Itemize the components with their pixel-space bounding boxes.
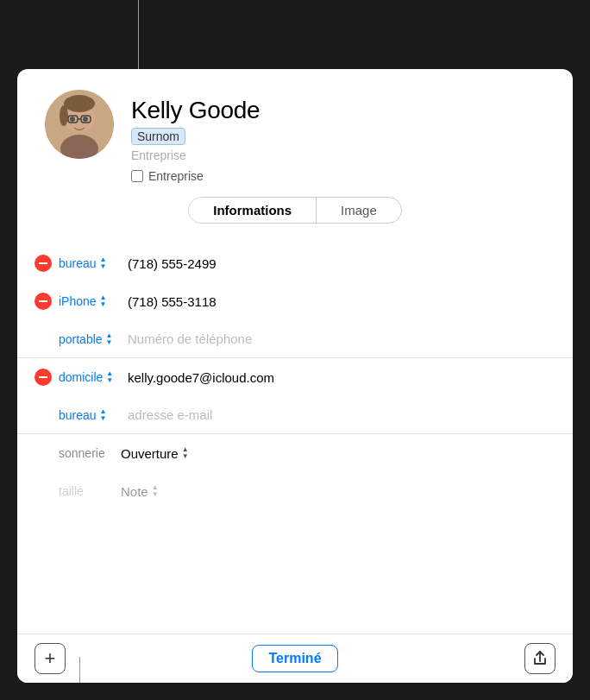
partial-value[interactable]: Note ▲ ▼ (121, 484, 159, 499)
sonnerie-empty (35, 445, 52, 462)
done-button[interactable]: Terminé (252, 645, 337, 672)
phone1-value[interactable]: (718) 555-2499 (128, 256, 217, 271)
partial-label: taillé (59, 484, 121, 498)
partial-row: taillé Note ▲ ▼ (17, 472, 573, 510)
tabs-row: Informations Image (45, 197, 545, 224)
add-button[interactable]: + (35, 643, 66, 674)
sonnerie-row: sonnerie Ouverture ▲ ▼ (17, 434, 573, 472)
surnom-field[interactable]: Surnom (131, 128, 185, 145)
tabs-container: Informations Image (188, 197, 402, 224)
contact-header: Kelly Goode Surnom Entreprise Entreprise… (17, 69, 573, 244)
svg-point-8 (70, 117, 75, 122)
bottom-line (79, 657, 80, 683)
sonnerie-label: sonnerie (59, 446, 121, 460)
phone2-label[interactable]: iPhone ▲ ▼ (59, 294, 121, 308)
email1-row: domicile ▲ ▼ kelly.goode7@icloud.com (17, 358, 573, 396)
partial-stepper[interactable]: ▲ ▼ (152, 484, 159, 498)
svg-point-9 (83, 117, 88, 122)
phone3-stepper[interactable]: ▲ ▼ (106, 332, 113, 346)
sonnerie-text: Ouverture (121, 446, 179, 461)
email2-row: bureau ▲ ▼ adresse e-mail (17, 396, 573, 434)
content-section: bureau ▲ ▼ (718) 555-2499 iPhone ▲ ▼ (71… (17, 244, 573, 634)
phone2-value[interactable]: (718) 555-3118 (128, 294, 217, 309)
email1-stepper[interactable]: ▲ ▼ (106, 370, 113, 384)
sonnerie-stepper[interactable]: ▲ ▼ (182, 446, 189, 460)
email2-label[interactable]: bureau ▲ ▼ (59, 408, 121, 422)
email1-label[interactable]: domicile ▲ ▼ (59, 370, 121, 384)
tab-image[interactable]: Image (317, 198, 401, 223)
sonnerie-value-row[interactable]: Ouverture ▲ ▼ (121, 446, 189, 461)
remove-phone2-button[interactable] (35, 293, 52, 310)
phone1-label[interactable]: bureau ▲ ▼ (59, 256, 121, 270)
share-button[interactable] (524, 643, 555, 674)
phone1-row: bureau ▲ ▼ (718) 555-2499 (17, 244, 573, 282)
avatar[interactable] (45, 90, 114, 159)
email2-empty (35, 407, 52, 424)
tab-informations[interactable]: Informations (189, 198, 316, 223)
remove-email1-button[interactable] (35, 369, 52, 386)
entreprise-checkbox[interactable] (131, 170, 143, 182)
checkbox-label: Entreprise (148, 169, 204, 183)
share-icon (531, 650, 549, 667)
email2-stepper[interactable]: ▲ ▼ (100, 408, 107, 422)
remove-phone1-button[interactable] (35, 255, 52, 272)
name-details: Kelly Goode Surnom Entreprise Entreprise (131, 90, 260, 183)
partial-empty (35, 482, 52, 500)
svg-point-3 (64, 95, 95, 112)
phone1-stepper[interactable]: ▲ ▼ (100, 256, 107, 270)
email2-placeholder[interactable]: adresse e-mail (128, 407, 212, 422)
phone3-empty (35, 331, 52, 348)
bottom-bar: + Terminé (17, 634, 573, 683)
contact-name: Kelly Goode (131, 97, 260, 124)
phone3-placeholder[interactable]: Numéro de téléphone (128, 331, 252, 346)
svg-point-4 (60, 105, 68, 126)
phone2-stepper[interactable]: ▲ ▼ (100, 294, 107, 308)
phone2-row: iPhone ▲ ▼ (718) 555-3118 (17, 282, 573, 320)
phone3-row: portable ▲ ▼ Numéro de téléphone (17, 320, 573, 358)
checkbox-row: Entreprise (131, 169, 260, 183)
email1-value[interactable]: kelly.goode7@icloud.com (128, 370, 274, 385)
phone3-label[interactable]: portable ▲ ▼ (59, 332, 121, 346)
entreprise-placeholder[interactable]: Entreprise (131, 148, 260, 162)
